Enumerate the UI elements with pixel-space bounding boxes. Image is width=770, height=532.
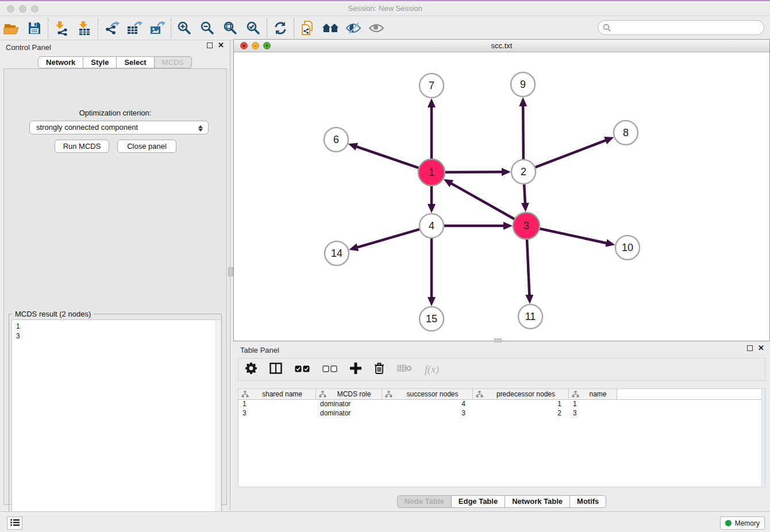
zoom-selected-button[interactable] [242, 18, 265, 38]
toolbar-separator [294, 18, 294, 38]
column-header-name[interactable]: name [569, 389, 617, 399]
column-header-predecessor-nodes[interactable]: predecessor nodes [473, 389, 569, 399]
column-header-successor-nodes[interactable]: successor nodes [382, 389, 473, 399]
column-tree-icon [385, 391, 392, 398]
table-body: 1dominator4113dominator323 [238, 400, 765, 418]
network-window-titlebar[interactable]: ✕ − + scc.txt [234, 40, 769, 52]
eye-icon [368, 23, 384, 33]
application-window: Session: New Session [0, 0, 770, 532]
column-layout-button[interactable] [270, 363, 282, 376]
table-settings-button[interactable] [245, 363, 257, 376]
table-scrollbar[interactable] [761, 389, 765, 487]
open-session-button[interactable] [0, 18, 23, 38]
graph-edge-1-2[interactable] [445, 172, 502, 172]
hide-panels-button[interactable] [342, 18, 365, 38]
close-panel-button[interactable]: Close panel [117, 140, 176, 153]
export-network-icon [103, 21, 120, 36]
search-input[interactable] [598, 20, 764, 35]
mcds-result-group: MCDS result (2 nodes) 1 3 [9, 314, 222, 532]
zoom-out-button[interactable] [196, 18, 219, 38]
table-row[interactable]: 3dominator323 [238, 409, 765, 418]
control-panel-tabs: NetworkStyleSelectMCDS [0, 56, 230, 68]
delete-column-button[interactable] [374, 363, 384, 376]
column-header-shared-name[interactable]: shared name [238, 389, 316, 399]
graph-edge-1-6[interactable] [356, 147, 418, 168]
refresh-icon [273, 21, 288, 36]
mcds-result-list[interactable]: 1 3 [11, 319, 220, 530]
export-table-button[interactable] [123, 18, 146, 38]
table-tab-network-table[interactable]: Network Table [505, 495, 570, 508]
column-header-label: name [579, 390, 617, 398]
table-panel-title: Table Panel [240, 346, 279, 354]
export-image-icon [149, 21, 165, 36]
graph-edge-2-8[interactable] [536, 140, 606, 167]
graph-edge-3-10[interactable] [540, 229, 606, 243]
fx-icon: f(x) [425, 364, 439, 376]
export-network-button[interactable] [100, 18, 123, 38]
graph-edge-2-9[interactable] [523, 106, 523, 159]
function-builder-button[interactable]: f(x) [425, 364, 439, 376]
table-cell: dominator [316, 409, 382, 418]
close-panel-icon[interactable]: ✕ [218, 43, 224, 48]
memory-label: Memory [735, 519, 760, 527]
control-panel-title: Control Panel [6, 43, 51, 52]
float-panel-icon[interactable] [207, 43, 213, 48]
clone-network-button[interactable] [296, 18, 319, 38]
close-table-panel-icon[interactable]: ✕ [758, 345, 764, 351]
graph-node-label-15: 15 [426, 313, 437, 325]
result-scrollbar[interactable] [215, 320, 221, 530]
control-tab-style[interactable]: Style [83, 56, 117, 68]
zoom-fit-icon [223, 21, 238, 36]
table-row[interactable]: 1dominator411 [238, 400, 765, 409]
graph-edge-2-3[interactable] [524, 184, 525, 203]
table-tab-node-table[interactable]: Node Table [397, 495, 452, 508]
add-column-button[interactable] [350, 363, 361, 376]
import-network-icon [54, 21, 69, 36]
column-header-MCDS-role[interactable]: MCDS role [316, 389, 382, 399]
unselect-all-columns-button[interactable] [322, 364, 337, 375]
control-tab-select[interactable]: Select [117, 56, 154, 68]
task-history-button[interactable] [7, 516, 22, 530]
control-panel: Control Panel ✕ NetworkStyleSelectMCDS O… [0, 40, 230, 510]
status-bar: Memory [0, 511, 770, 532]
home-button[interactable] [319, 18, 342, 38]
graph-node-label-2: 2 [521, 166, 526, 178]
float-table-panel-icon[interactable] [747, 345, 753, 351]
criterion-dropdown[interactable]: strongly connected component [29, 121, 209, 134]
app-title: Session: New Session [0, 4, 770, 13]
zoom-fit-button[interactable] [219, 18, 242, 38]
mcds-panel: Optimization criterion: strongly connect… [3, 68, 227, 505]
column-header-label: successor nodes [392, 390, 472, 398]
horizontal-splitter-grip[interactable] [494, 338, 502, 342]
table-tab-motifs[interactable]: Motifs [570, 495, 606, 508]
import-network-button[interactable] [50, 18, 73, 38]
import-table-icon [77, 21, 92, 36]
control-tab-network[interactable]: Network [38, 56, 83, 68]
graph-edge-3-11[interactable] [527, 240, 529, 295]
network-canvas[interactable]: 7968124314101511 [234, 52, 769, 341]
column-header-label: MCDS role [326, 390, 382, 398]
control-tab-mcds[interactable]: MCDS [155, 56, 192, 68]
export-image-button[interactable] [146, 18, 169, 38]
graph-node-label-1: 1 [429, 167, 434, 178]
run-mcds-button[interactable]: Run MCDS [55, 140, 109, 153]
graph-edge-3-1[interactable] [451, 183, 514, 219]
zoom-in-button[interactable] [173, 18, 196, 38]
vertical-splitter-grip[interactable] [228, 267, 233, 276]
select-all-columns-button[interactable] [295, 364, 310, 375]
table-cell: dominator [316, 400, 382, 409]
import-table-button[interactable] [73, 18, 96, 38]
show-graphics-button[interactable] [365, 18, 388, 38]
graph-edge-4-14[interactable] [357, 229, 419, 248]
clone-network-icon [300, 20, 315, 36]
dropdown-arrows-icon [198, 122, 203, 134]
table-cell: 1 [473, 400, 569, 409]
memory-button[interactable]: Memory [720, 516, 765, 530]
table-tabs: Node TableEdge TableNetwork TableMotifs [233, 495, 770, 508]
save-session-button[interactable] [23, 18, 46, 38]
list-icon [10, 518, 20, 529]
table-tab-edge-table[interactable]: Edge Table [452, 495, 505, 508]
eye-slash-icon [345, 22, 361, 34]
refresh-view-button[interactable] [269, 18, 292, 38]
delete-table-button[interactable] [397, 364, 412, 375]
